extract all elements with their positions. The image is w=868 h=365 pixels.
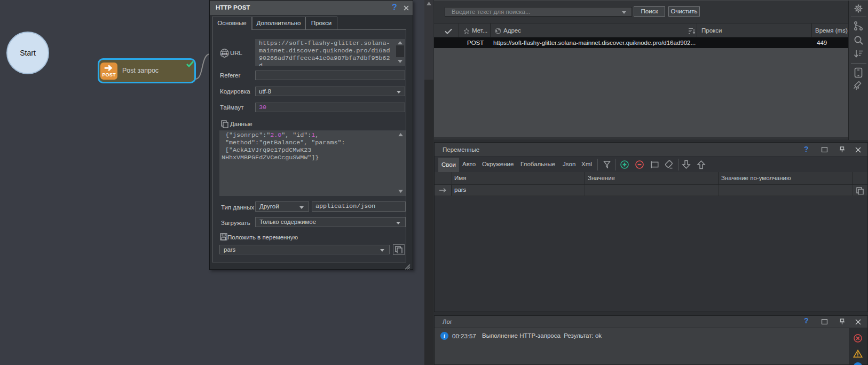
svg-text:POST: POST [102, 72, 115, 77]
svg-text:www: www [221, 52, 228, 55]
